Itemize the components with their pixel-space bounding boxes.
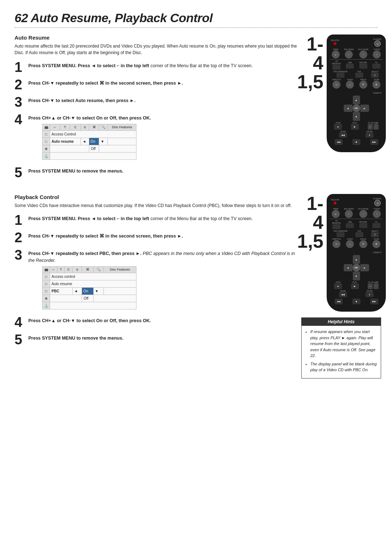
tc-btn[interactable] [372,64,380,69]
pbc-step-2: 2 Press CH-▼ repeatedly to select ⌘ in t… [15,231,298,244]
slow-btn[interactable]: ◀◀ [339,133,347,138]
zoom-btn[interactable]: ⊕ [372,81,380,89]
pbc-number-label-14: 1-4 [297,194,323,232]
rec-otr-label-2: REC/OTR [331,199,339,201]
fss-btn[interactable] [355,73,363,78]
pbc-step-number-1: 1 [15,213,25,227]
tv-dvd-btn-2[interactable]: ○ [373,210,381,218]
dpad-down-btn-2[interactable]: ▼ [353,272,360,280]
pbc-step-text-1: Press SYSTEM MENU. Press ◄ to select ⌐ i… [28,213,253,222]
tc-btn-2[interactable] [372,223,380,228]
ok-btn-2[interactable]: OK [352,264,360,272]
auto-resume-intro: Auto resume affects the last 20 prerecor… [15,43,298,56]
timer-btn-2[interactable]: ⊙ [332,210,340,218]
step-number-3: 3 [15,95,25,109]
step-5: 5 Press SYSTEM MENU to remove the menus. [15,166,298,179]
vol-up-btn[interactable]: + [368,124,373,130]
number-label-14: 1-4 [297,35,323,72]
monitor-btn[interactable] [332,65,340,70]
playback-control-section: Playback Control Some Video CDs have int… [15,194,377,378]
monitor-btn-2[interactable] [332,224,340,229]
pbc-step-number-2: 2 [15,231,25,244]
pbc-step-text-2: Press CH-▼ repeatedly to select ⌘ in the… [28,231,183,240]
disc-manager-btn-2[interactable] [336,232,344,237]
pbc-step-number-4: 4 [15,315,25,329]
rec-otr-label: REC/OTR [331,39,339,41]
fss-btn-2[interactable] [355,232,363,237]
remote-container-2: 1-4 1,5 REC/OTR STANDBY ⏻ [297,194,386,312]
remote-container-1: 1-4 1,5 REC/OTR STANDBY ⏻ [297,35,386,152]
auto-resume-remote-area: 1-4 1,5 REC/OTR STANDBY ⏻ [305,35,377,183]
disc-manager-btn[interactable] [336,73,344,78]
rec-dot-2[interactable] [334,202,336,204]
guide-tv-label: GUIDE/TV [373,92,382,94]
next-btn[interactable]: ▶▶ [370,139,378,145]
rec-dot[interactable] [334,42,336,45]
dim-btn[interactable] [346,64,354,69]
prev-btn[interactable]: ◀◀ [335,139,343,145]
step-number-4: 4 [15,113,25,126]
auto-resume-section: Auto Resume Auto resume affects the last… [15,35,377,183]
play-mode-btn-2[interactable]: ○ [359,210,367,218]
play-btn[interactable]: ▶ [351,124,359,130]
pbc-step-text-5: Press SYSTEM MENU to remove the menus. [28,333,123,342]
next-btn-2[interactable]: ▶▶ [370,299,378,304]
step-number-2: 2 [15,78,25,92]
prev-btn-2[interactable]: ◀◀ [335,299,343,304]
dim-btn-2[interactable] [346,223,354,228]
angle-btn[interactable]: ⟳ [359,81,367,89]
select-btn-2[interactable]: ⓘ [371,232,379,237]
dpad-left-btn-2[interactable]: ◄ [344,264,352,271]
section-divider [15,27,377,28]
vol-down-btn[interactable]: - [373,124,379,130]
timer-btn[interactable]: ⊙ [332,50,340,58]
dpad-right-btn[interactable]: ► [360,105,369,112]
vol-down-btn-2[interactable]: - [373,283,379,289]
step-4: 4 Press CH+▲ or CH-▼ to select On or Off… [15,113,298,162]
standby-btn[interactable]: ⏻ [374,40,381,47]
step-text-1: Press SYSTEM MENU. Press ◄ to select ⌐ i… [28,60,253,69]
subtitle-btn[interactable]: ▭ [332,81,340,89]
helpful-hints-title: Helpful Hints [302,318,381,326]
dpad-up-btn-2[interactable]: ▲ [353,255,360,264]
step-2: 2 Press CH-▼ repeatedly to select ⌘ in t… [15,78,298,92]
pause-btn[interactable]: ⏸ [366,133,373,138]
page-title: 62 Auto Resume, Playback Control [15,11,377,25]
hint-1: If resume appears when you start play, p… [310,329,377,359]
audio-btn-2[interactable]: ♪ [346,240,354,248]
return-btn[interactable] [359,64,367,69]
step-text-5: Press SYSTEM MENU to remove the menus. [28,166,123,175]
stop-btn-2[interactable]: ■ [334,283,342,289]
hint-2: The display panel will be blank during p… [310,361,377,373]
pause-btn-2[interactable]: ⏸ [366,292,373,297]
auto-resume-title: Auto Resume [15,35,298,41]
angle-btn-2[interactable]: ⟳ [359,240,367,248]
dpad-right-btn-2[interactable]: ► [360,264,369,271]
dpad-down-btn[interactable]: ▼ [353,112,360,121]
remote-control-2: REC/OTR STANDBY ⏻ TIMER ⊙ REC MODE [327,194,386,312]
return-btn-2[interactable] [359,223,367,228]
helpful-hints-box: Helpful Hints If resume appears when you… [301,317,381,378]
step-number-1: 1 [15,60,25,74]
play-btn-2[interactable]: ▶ [351,283,359,289]
slow-btn-2[interactable]: ◀◀ [339,292,347,297]
subtitle-btn-2[interactable]: ▭ [332,240,340,248]
rec-btn-r-2[interactable]: ⏺ [352,299,360,304]
rec-mode-btn-2[interactable]: ○ [345,210,353,218]
vol-up-btn-2[interactable]: + [368,283,373,289]
audio-btn[interactable]: ♪ [346,81,354,89]
rec-btn-r[interactable]: ⏺ [352,139,360,145]
zoom-btn-2[interactable]: ⊕ [372,240,380,248]
dpad-left-btn[interactable]: ◄ [344,105,352,112]
standby-btn-2[interactable]: ⏻ [374,200,381,206]
play-mode-btn[interactable]: ○ [359,50,367,58]
select-btn[interactable]: ⓘ [371,73,379,78]
pbc-step-text-4: Press CH+▲ or CH-▼ to select On or Off, … [28,315,151,324]
step-text-4: Press CH+▲ or CH-▼ to select On or Off, … [28,113,151,162]
rec-mode-btn[interactable]: ○ [345,50,353,58]
d-pad-2: ▲ ▼ ◄ ► OK [344,255,369,280]
ok-btn[interactable]: OK [352,104,360,112]
tv-dvd-btn[interactable]: ○ [373,50,381,58]
dpad-up-btn[interactable]: ▲ [353,96,360,104]
stop-btn[interactable]: ■ [334,124,342,130]
